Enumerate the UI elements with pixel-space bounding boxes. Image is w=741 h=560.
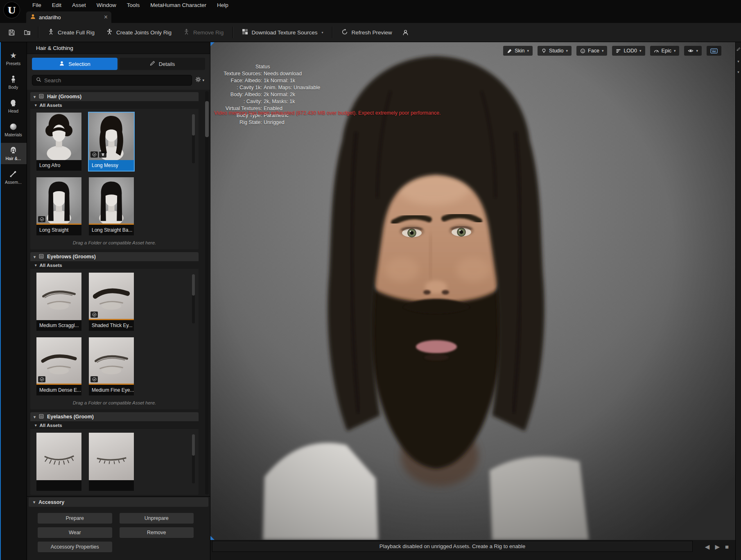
rail-item-assem[interactable]: Assem... (0, 167, 27, 188)
rig-joints-icon (106, 28, 113, 36)
stop-button[interactable]: ■ (725, 543, 729, 551)
chevron-down-icon: ▾ (566, 49, 568, 53)
expand-arrow-icon[interactable]: ▾ (737, 59, 739, 63)
texture-checker-icon (242, 29, 248, 36)
asset-tile-lash[interactable] (36, 433, 81, 491)
wardrobe-badge (99, 151, 106, 158)
asset-tile-long-straight-ba[interactable]: Long Straight Ba... (89, 177, 134, 235)
asset-tile-long-afro[interactable]: Long Afro (36, 113, 81, 171)
section-scrollbar[interactable] (192, 114, 195, 163)
browse-to-asset-button[interactable] (20, 25, 34, 39)
panel-title: Hair & Clothing (27, 42, 210, 54)
menu-window[interactable]: Window (91, 2, 122, 8)
menu-metahuman-character[interactable]: MetaHuman Character (145, 2, 212, 8)
search-box[interactable] (32, 75, 192, 86)
remove-button[interactable]: Remove (120, 527, 194, 538)
asset-tile-long-straight[interactable]: Long Straight (36, 177, 81, 235)
accessory-properties-button[interactable]: Accessory Properties (38, 542, 112, 552)
right-edge-toolbar: ▾ ▾ (735, 42, 741, 560)
asset-tile-medium-scraggl[interactable]: Medium Scraggl... (36, 273, 81, 331)
section-header-eyelashes-groom[interactable]: ▾Eyelashes (Groom) (30, 412, 199, 421)
wrench-icon (9, 170, 18, 178)
view-settings-dropdown-button[interactable]: ▾ (195, 77, 206, 84)
hair-clothing-panel: Hair & Clothing SelectionDetails ▾ ▾Hair… (27, 42, 210, 560)
accessory-header[interactable]: ▾ Accessory (29, 497, 208, 507)
chevron-down-icon: ▾ (321, 31, 323, 34)
panel-scrollbar[interactable] (205, 91, 209, 495)
asset-tile-shaded-thick-ey[interactable]: Shaded Thick Ey... (89, 273, 134, 331)
create-full-rig-button[interactable]: Create Full Rig (42, 25, 100, 39)
equipped-check-badge (90, 312, 98, 318)
panel-tab-strip: SelectionDetails (27, 54, 210, 72)
skin-dropdown[interactable]: Skin▾ (503, 46, 533, 56)
status-row: Body: Albedo:2k Normal: 2k (219, 91, 320, 98)
play-button[interactable]: ▶ (715, 543, 720, 551)
toolbar-separator (233, 27, 233, 38)
hair-icon (9, 146, 18, 155)
equipped-check-badge (90, 376, 98, 382)
section-scrollbar[interactable] (192, 274, 195, 323)
panel-tab-selection[interactable]: Selection (32, 58, 117, 70)
lod0-dropdown[interactable]: LOD0▾ (612, 46, 645, 56)
expand-arrow-icon[interactable]: ▾ (737, 70, 739, 74)
download-texture-sources-button[interactable]: Download Texture Sources▾ (237, 25, 328, 39)
rig-skeleton-icon (47, 28, 54, 36)
tab-title: andarilho (39, 14, 101, 20)
eye-dropdown[interactable]: ▾ (684, 46, 702, 56)
profile-button[interactable] (398, 25, 413, 39)
rail-item-head[interactable]: Head (0, 95, 27, 117)
asset-sections: ▾Hair (Grooms) ▾All Assets Long AfroLong… (27, 90, 210, 496)
status-row: Texture Sources:Needs download (219, 70, 320, 77)
unprepare-button[interactable]: Unprepare (120, 513, 194, 524)
status-row: : Cavity 1k:Anim. Maps: Unavailable (219, 84, 320, 91)
create-joints-only-rig-button[interactable]: Create Joints Only Rig (101, 25, 177, 39)
edit-icon[interactable] (736, 45, 741, 53)
main-toolbar: Create Full Rig Create Joints Only Rig R… (0, 23, 741, 42)
rail-item-hair[interactable]: Hair &... (0, 143, 27, 164)
editor-mode-rail: ★PresetsBodyHeadMaterialsHair &...Assem.… (0, 42, 27, 560)
subsection-all-assets[interactable]: ▾All Assets (30, 261, 199, 269)
section-header-eyebrows-grooms[interactable]: ▾Eyebrows (Grooms) (30, 252, 199, 261)
menu-asset[interactable]: Asset (67, 2, 91, 8)
refresh-preview-button[interactable]: Refresh Preview (336, 25, 397, 39)
panel-tab-details[interactable]: Details (120, 58, 205, 70)
subsection-all-assets[interactable]: ▾All Assets (30, 421, 199, 429)
toolbar-separator (38, 27, 38, 38)
remove-rig-button[interactable]: Remove Rig (178, 25, 229, 39)
rail-item-materials[interactable]: Materials (0, 119, 27, 140)
search-row: ▾ (27, 72, 210, 90)
sphere-icon (9, 122, 18, 131)
refresh-icon (341, 29, 348, 36)
studio-dropdown[interactable]: Studio▾ (538, 46, 572, 56)
asset-tile-lash2[interactable] (89, 433, 134, 491)
prepare-button[interactable]: Prepare (38, 513, 112, 524)
subsection-all-assets[interactable]: ▾All Assets (30, 101, 199, 109)
toolbar-separator (332, 27, 332, 38)
epic-dropdown[interactable]: Epic▾ (650, 46, 680, 56)
menu-edit[interactable]: Edit (47, 2, 67, 8)
menu-help[interactable]: Help (212, 2, 234, 8)
play-reverse-button[interactable]: ◀ (705, 543, 710, 551)
face-dropdown[interactable]: Face▾ (576, 46, 607, 56)
keyboard-dropdown[interactable] (707, 46, 721, 56)
menu-tools[interactable]: Tools (122, 2, 145, 8)
rail-item-presets[interactable]: ★Presets (0, 48, 27, 69)
body-icon (9, 75, 18, 84)
chevron-down-icon: ▾ (34, 415, 36, 419)
section-header-hair-grooms[interactable]: ▾Hair (Grooms) (30, 92, 199, 101)
save-button[interactable] (4, 25, 19, 39)
menu-file[interactable]: File (27, 2, 47, 8)
keyboard-icon (710, 48, 718, 54)
asset-tile-medium-dense-e[interactable]: Medium Dense E... (36, 337, 81, 395)
asset-tile-medium-fine-eye[interactable]: Medium Fine Eye... (89, 337, 134, 395)
unreal-engine-logo: U (4, 2, 20, 18)
rail-item-body[interactable]: Body (0, 72, 27, 93)
search-input[interactable] (44, 77, 188, 84)
tab-andarilho[interactable]: andarilho × (26, 11, 111, 23)
asset-tile-long-messy[interactable]: Long Messy (89, 113, 134, 171)
wear-button[interactable]: Wear (38, 527, 112, 538)
section-eyelashes-groom: ▾Eyelashes (Groom) ▾All Assets (30, 412, 199, 495)
tab-close-icon[interactable]: × (104, 14, 108, 20)
viewport-3d[interactable]: Skin▾Studio▾Face▾LOD0▾Epic▾▾ StatusTextu… (210, 42, 735, 560)
section-scrollbar[interactable] (192, 434, 195, 483)
